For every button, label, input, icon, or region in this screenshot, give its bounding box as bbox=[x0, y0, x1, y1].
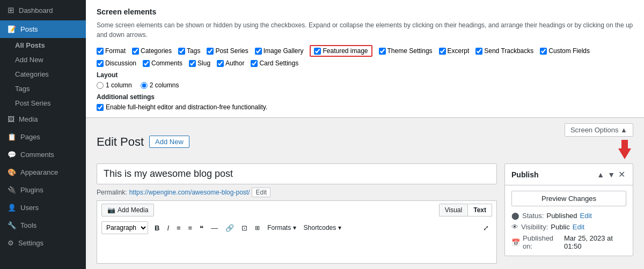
ordered-list-button[interactable]: ≡ bbox=[185, 221, 196, 234]
permalink-url[interactable]: https://wpengine.com/awesome-blog-post/ bbox=[129, 189, 250, 196]
format-toolbar: Paragraph B I ≡ ≡ ❝ — 🔗 ⊡ ⊞ Formats ▾ Sh… bbox=[97, 219, 497, 236]
sidebar-item-comments[interactable]: 💬 Comments bbox=[0, 146, 86, 163]
sidebar-item-tools[interactable]: 🔧 Tools bbox=[0, 216, 86, 234]
shortcodes-dropdown[interactable]: Shortcodes ▾ bbox=[301, 221, 345, 234]
sidebar-item-users[interactable]: 👤 Users bbox=[0, 199, 86, 216]
sidebar-item-settings[interactable]: ⚙ Settings bbox=[0, 234, 86, 252]
editor-tabs: Visual Text bbox=[439, 204, 492, 216]
post-editor: Permalink: https://wpengine.com/awesome-… bbox=[97, 163, 497, 264]
fullscreen-button[interactable]: ⤢ bbox=[480, 221, 492, 234]
checkbox-excerpt[interactable]: Excerpt bbox=[439, 47, 470, 55]
additional-title: Additional settings bbox=[97, 93, 633, 101]
appearance-icon: 🎨 bbox=[8, 168, 16, 176]
sidebar-item-posts[interactable]: 📝 Posts bbox=[0, 20, 86, 38]
visibility-label: Visibility: bbox=[521, 223, 548, 231]
screen-options-panel: Screen elements Some screen elements can… bbox=[86, 0, 644, 118]
checkbox-full-height[interactable]: Enable full-height editor and distractio… bbox=[97, 103, 633, 111]
table-button[interactable]: ⊞ bbox=[252, 221, 263, 234]
checkbox-send-trackbacks[interactable]: Send Trackbacks bbox=[475, 47, 533, 55]
bold-button[interactable]: B bbox=[151, 221, 163, 234]
publish-panel-body: Preview Changes ⬤ Status: Published Edit… bbox=[505, 185, 633, 256]
users-icon: 👤 bbox=[8, 204, 16, 212]
visibility-icon: 👁 bbox=[511, 223, 518, 231]
add-media-button[interactable]: 📷 Add Media bbox=[101, 204, 154, 216]
publish-panel: Publish ▲ ▼ ✕ Preview Changes ⬤ Status: … bbox=[504, 163, 633, 264]
dashboard-icon: ⊞ bbox=[8, 5, 14, 15]
panel-collapse-down-button[interactable]: ▼ bbox=[606, 169, 616, 180]
screen-options-button[interactable]: Screen Options ▲ bbox=[565, 123, 633, 137]
unordered-list-button[interactable]: ≡ bbox=[173, 221, 184, 234]
posts-icon: 📝 bbox=[8, 25, 16, 33]
panel-close-button[interactable]: ✕ bbox=[617, 168, 626, 181]
visibility-edit-link[interactable]: Edit bbox=[573, 223, 584, 231]
tab-text[interactable]: Text bbox=[468, 204, 492, 216]
submenu-post-series[interactable]: Post Series bbox=[0, 96, 86, 110]
screen-elements-title: Screen elements bbox=[97, 8, 633, 16]
published-value: Mar 25, 2023 at 01:50 bbox=[564, 234, 626, 250]
link-button[interactable]: 🔗 bbox=[222, 221, 237, 234]
checkbox-card-settings[interactable]: Card Settings bbox=[251, 59, 298, 67]
tools-icon: 🔧 bbox=[8, 221, 16, 229]
checkboxes-row-2: Discussion Comments Slug Author Card Set… bbox=[97, 59, 633, 67]
sidebar-item-pages[interactable]: 📋 Pages bbox=[0, 128, 86, 146]
submenu-all-posts[interactable]: All Posts bbox=[0, 38, 86, 53]
checkbox-discussion[interactable]: Discussion bbox=[97, 59, 136, 67]
format-select[interactable]: Paragraph bbox=[101, 221, 148, 234]
checkbox-post-series[interactable]: Post Series bbox=[207, 47, 248, 55]
additional-settings: Additional settings Enable full-height e… bbox=[97, 93, 633, 111]
italic-button[interactable]: I bbox=[164, 221, 172, 234]
visibility-row: 👁 Visibility: Public Edit bbox=[511, 223, 626, 231]
sidebar: ⊞ Dashboard 📝 Posts All Posts Add New Ca… bbox=[0, 0, 86, 269]
checkbox-custom-fields[interactable]: Custom Fields bbox=[540, 47, 590, 55]
layout-1col[interactable]: 1 column bbox=[97, 81, 132, 89]
status-icon: ⬤ bbox=[511, 212, 519, 220]
blockquote-button[interactable]: ❝ bbox=[196, 221, 207, 234]
checkbox-featured-image[interactable]: Featured image bbox=[310, 45, 372, 57]
checkbox-categories[interactable]: Categories bbox=[132, 47, 172, 55]
checkbox-slug[interactable]: Slug bbox=[189, 59, 210, 67]
screen-elements-desc: Some screen elements can be shown or hid… bbox=[97, 20, 633, 40]
dashboard-label: Dashboard bbox=[19, 6, 53, 14]
submenu-categories[interactable]: Categories bbox=[0, 67, 86, 81]
settings-icon: ⚙ bbox=[8, 239, 14, 247]
permalink-row: Permalink: https://wpengine.com/awesome-… bbox=[97, 188, 497, 197]
submenu-add-new[interactable]: Add New bbox=[0, 53, 86, 67]
checkbox-image-gallery[interactable]: Image Gallery bbox=[255, 47, 304, 55]
status-edit-link[interactable]: Edit bbox=[580, 212, 592, 220]
sidebar-item-appearance[interactable]: 🎨 Appearance bbox=[0, 163, 86, 181]
preview-changes-button[interactable]: Preview Changes bbox=[511, 191, 626, 206]
sidebar-item-plugins[interactable]: 🔌 Plugins bbox=[0, 181, 86, 199]
layout-2col[interactable]: 2 columns bbox=[141, 81, 179, 89]
media-icon: 🖼 bbox=[8, 115, 14, 123]
pages-icon: 📋 bbox=[8, 133, 16, 141]
layout-title: Layout bbox=[97, 71, 633, 79]
sidebar-item-media[interactable]: 🖼 Media bbox=[0, 110, 86, 128]
published-label: Published on: bbox=[523, 234, 561, 250]
checkbox-comments[interactable]: Comments bbox=[143, 59, 182, 67]
editor-content-area[interactable] bbox=[97, 236, 497, 264]
submenu-tags[interactable]: Tags bbox=[0, 81, 86, 96]
permalink-edit-button[interactable]: Edit bbox=[252, 188, 270, 197]
editor-top-toolbar: 📷 Add Media Visual Text bbox=[97, 200, 497, 219]
add-media-icon: 📷 bbox=[107, 206, 115, 214]
checkbox-format[interactable]: Format bbox=[97, 47, 126, 55]
svg-marker-0 bbox=[618, 140, 631, 159]
calendar-icon: 📅 bbox=[511, 238, 520, 246]
tab-visual[interactable]: Visual bbox=[439, 204, 468, 216]
checkbox-tags[interactable]: Tags bbox=[178, 47, 200, 55]
panel-collapse-up-button[interactable]: ▲ bbox=[596, 169, 605, 180]
publish-panel-header: Publish ▲ ▼ ✕ bbox=[505, 164, 633, 185]
insert-button[interactable]: ⊡ bbox=[238, 221, 251, 234]
dashboard-menu-item[interactable]: ⊞ Dashboard bbox=[0, 0, 86, 20]
formats-dropdown[interactable]: Formats ▾ bbox=[264, 221, 299, 234]
publish-box: Publish ▲ ▼ ✕ Preview Changes ⬤ Status: … bbox=[504, 163, 633, 256]
checkbox-author[interactable]: Author bbox=[217, 59, 244, 67]
status-value: Published bbox=[546, 212, 577, 220]
post-title-input[interactable] bbox=[97, 163, 497, 184]
checkbox-theme-settings[interactable]: Theme Settings bbox=[379, 47, 433, 55]
add-new-button[interactable]: Add New bbox=[149, 136, 189, 148]
align-left-button[interactable]: — bbox=[208, 221, 221, 234]
layout-section: Layout 1 column 2 columns bbox=[97, 71, 633, 89]
posts-label: Posts bbox=[20, 25, 38, 33]
status-row: ⬤ Status: Published Edit bbox=[511, 212, 626, 220]
